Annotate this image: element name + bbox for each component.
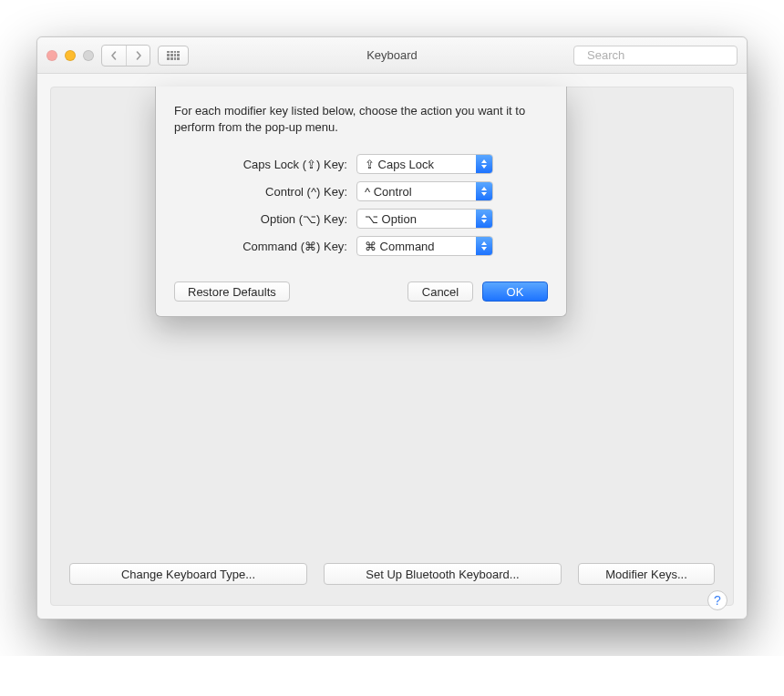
control-popup[interactable]: ^ Control [356, 181, 493, 201]
control-value: ^ Control [357, 185, 419, 199]
modifier-keys-sheet: For each modifier key listed below, choo… [155, 87, 567, 317]
chevron-left-icon [109, 51, 119, 60]
cancel-button[interactable]: Cancel [407, 281, 473, 302]
ok-button[interactable]: OK [482, 281, 548, 302]
popup-arrows-icon [476, 182, 492, 200]
forward-button[interactable] [126, 46, 150, 66]
close-window-button[interactable] [46, 50, 57, 61]
popup-arrows-icon [476, 237, 492, 255]
row-command: Command (⌘) Key: ⌘ Command [174, 236, 548, 256]
caps-lock-value: ⇪ Caps Lock [357, 158, 441, 171]
minimize-window-button[interactable] [65, 50, 76, 61]
row-option: Option (⌥) Key: ⌥ Option [174, 209, 548, 229]
search-input[interactable] [585, 47, 742, 63]
zoom-window-button[interactable] [83, 50, 94, 61]
back-button[interactable] [102, 46, 126, 66]
command-value: ⌘ Command [357, 240, 442, 253]
show-all-button[interactable] [158, 46, 189, 66]
traffic-lights [46, 50, 94, 61]
sheet-description: For each modifier key listed below, choo… [174, 103, 548, 136]
popup-arrows-icon [476, 210, 492, 228]
footer-buttons: Change Keyboard Type... Set Up Bluetooth… [69, 563, 715, 585]
option-value: ⌥ Option [357, 212, 424, 226]
sheet-buttons: Restore Defaults Cancel OK [174, 281, 548, 302]
option-label: Option (⌥) Key: [174, 212, 347, 226]
command-popup[interactable]: ⌘ Command [356, 236, 493, 256]
nav-buttons [101, 45, 150, 67]
change-keyboard-type-button[interactable]: Change Keyboard Type... [69, 563, 307, 585]
keyboard-panel: For each modifier key listed below, choo… [50, 87, 734, 606]
titlebar: Keyboard [37, 37, 747, 74]
row-control: Control (^) Key: ^ Control [174, 181, 548, 201]
grid-icon [167, 51, 180, 60]
help-button[interactable]: ? [707, 590, 727, 610]
command-label: Command (⌘) Key: [174, 240, 347, 253]
popup-arrows-icon [476, 155, 492, 173]
restore-defaults-button[interactable]: Restore Defaults [174, 281, 290, 302]
caps-lock-label: Caps Lock (⇪) Key: [174, 158, 347, 171]
row-caps-lock: Caps Lock (⇪) Key: ⇪ Caps Lock [174, 154, 548, 174]
control-label: Control (^) Key: [174, 185, 347, 199]
modifier-keys-button[interactable]: Modifier Keys... [578, 563, 715, 585]
content-area: For each modifier key listed below, choo… [37, 74, 747, 619]
option-popup[interactable]: ⌥ Option [356, 209, 493, 229]
caps-lock-popup[interactable]: ⇪ Caps Lock [356, 154, 493, 174]
chevron-right-icon [134, 51, 143, 60]
preferences-window: Keyboard For each modifier key listed be… [36, 36, 748, 619]
setup-bluetooth-keyboard-button[interactable]: Set Up Bluetooth Keyboard... [324, 563, 562, 585]
search-field[interactable] [573, 46, 738, 66]
